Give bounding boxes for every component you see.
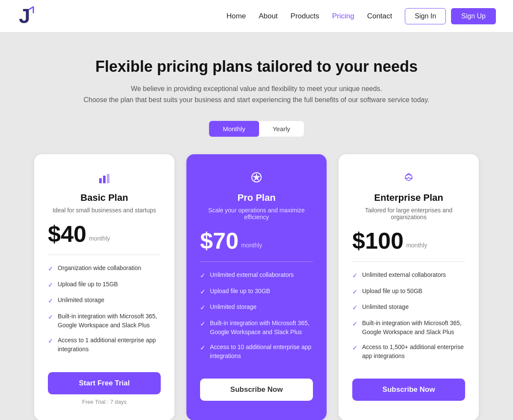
nav-about[interactable]: About: [259, 12, 277, 21]
basic-plan-icon: [48, 171, 161, 188]
pro-plan-card: Pro Plan Scale your operations and maxim…: [186, 154, 327, 420]
enterprise-plan-period: monthly: [406, 242, 427, 249]
signup-button[interactable]: Sign Up: [451, 8, 496, 24]
enterprise-plan-divider: [352, 261, 465, 262]
yearly-toggle[interactable]: Yearly: [259, 121, 304, 137]
list-item: ✓ Built-in integration with Microsoft 36…: [200, 319, 313, 337]
enterprise-plan-card: Enterprise Plan Tailored for large enter…: [339, 154, 479, 420]
basic-plan-cta[interactable]: Start Free Trial: [48, 372, 161, 394]
nav-pricing[interactable]: Pricing: [332, 12, 354, 21]
basic-plan-period: monthly: [89, 235, 110, 242]
svg-rect-3: [107, 174, 109, 183]
list-item: ✓ Access to 1 additional enterprise app …: [48, 336, 161, 354]
check-icon: ✓: [48, 312, 53, 322]
nav-links: Home About Products Pricing Contact: [227, 12, 392, 21]
list-item: ✓ Built-in integration with Microsoft 36…: [48, 312, 161, 330]
check-icon: ✓: [200, 343, 206, 353]
basic-plan-divider: [48, 255, 161, 255]
check-icon: ✓: [352, 287, 358, 297]
list-item: ✓ Access to 1,500+ additional enterprise…: [352, 343, 465, 361]
list-item: ✓ Unlimited external collaborators: [200, 270, 313, 281]
list-item: ✓ Unlimited external collaborators: [352, 270, 465, 281]
check-icon: ✓: [200, 303, 206, 313]
enterprise-plan-icon: [352, 171, 465, 188]
page-subtitle: We believe in providing exceptional valu…: [34, 83, 479, 105]
pro-plan-price-row: $70 monthly: [200, 229, 313, 252]
svg-rect-2: [103, 176, 106, 183]
main-content: Flexible pricing plans tailored to your …: [0, 32, 513, 420]
check-icon: ✓: [48, 336, 53, 346]
enterprise-plan-price-row: $100 monthly: [352, 229, 465, 252]
nav-home[interactable]: Home: [227, 12, 246, 21]
enterprise-plan-price: $100: [352, 229, 404, 252]
check-icon: ✓: [48, 264, 53, 274]
pro-plan-cta[interactable]: Subscribe Now: [200, 379, 313, 401]
navbar: J Home About Products Pricing Contact Si…: [0, 0, 513, 32]
check-icon: ✓: [48, 280, 53, 290]
basic-plan-features: ✓ Organization wide collaboration ✓ Uplo…: [48, 264, 161, 360]
basic-plan-card: Basic Plan Ideal for small businesses an…: [34, 154, 174, 420]
enterprise-plan-title: Enterprise Plan: [352, 192, 465, 203]
nav-contact[interactable]: Contact: [367, 12, 392, 21]
basic-plan-title: Basic Plan: [48, 192, 161, 203]
list-item: ✓ Access to 10 additional enterprise app…: [200, 343, 313, 361]
enterprise-plan-cta[interactable]: Subscribe Now: [352, 379, 465, 401]
list-item: ✓ Upload file up to 50GB: [352, 287, 465, 297]
monthly-toggle[interactable]: Monthly: [209, 121, 259, 137]
enterprise-plan-desc: Tailored for large enterprises and organ…: [352, 207, 465, 220]
check-icon: ✓: [200, 319, 206, 329]
pro-plan-price: $70: [200, 229, 239, 252]
pro-plan-title: Pro Plan: [200, 192, 313, 203]
signin-button[interactable]: Sign In: [405, 8, 446, 24]
basic-plan-footnote: Free Trial : 7 days: [48, 399, 161, 405]
page-title: Flexible pricing plans tailored to your …: [34, 58, 479, 76]
check-icon: ✓: [352, 319, 358, 329]
svg-rect-1: [99, 178, 102, 183]
pro-plan-icon: [200, 171, 313, 188]
check-icon: ✓: [352, 343, 358, 353]
list-item: ✓ Unlimited storage: [48, 296, 161, 306]
pro-plan-divider: [200, 261, 313, 262]
check-icon: ✓: [200, 271, 206, 281]
pro-plan-desc: Scale your operations and maximize effic…: [200, 207, 313, 220]
check-icon: ✓: [352, 271, 358, 281]
basic-plan-price-row: $40 monthly: [48, 222, 161, 245]
basic-plan-price: $40: [48, 222, 86, 245]
list-item: ✓ Organization wide collaboration: [48, 264, 161, 274]
svg-text:J: J: [19, 5, 30, 27]
list-item: ✓ Upload file up to 30GB: [200, 287, 313, 297]
check-icon: ✓: [48, 296, 53, 306]
pro-plan-features: ✓ Unlimited external collaborators ✓ Upl…: [200, 270, 313, 367]
list-item: ✓ Unlimited storage: [200, 303, 313, 313]
enterprise-plan-features: ✓ Unlimited external collaborators ✓ Upl…: [352, 270, 465, 367]
nav-products[interactable]: Products: [291, 12, 319, 21]
billing-toggle: Monthly Yearly: [34, 120, 479, 137]
list-item: ✓ Built-in integration with Microsoft 36…: [352, 319, 465, 337]
check-icon: ✓: [352, 303, 358, 313]
check-icon: ✓: [200, 287, 206, 297]
logo[interactable]: J: [17, 4, 41, 28]
pro-plan-period: monthly: [241, 242, 262, 249]
list-item: ✓ Unlimited storage: [352, 303, 465, 313]
pricing-cards: Basic Plan Ideal for small businesses an…: [34, 154, 479, 420]
list-item: ✓ Upload file up to 15GB: [48, 280, 161, 290]
basic-plan-desc: Ideal for small businesses and startups: [48, 207, 161, 214]
